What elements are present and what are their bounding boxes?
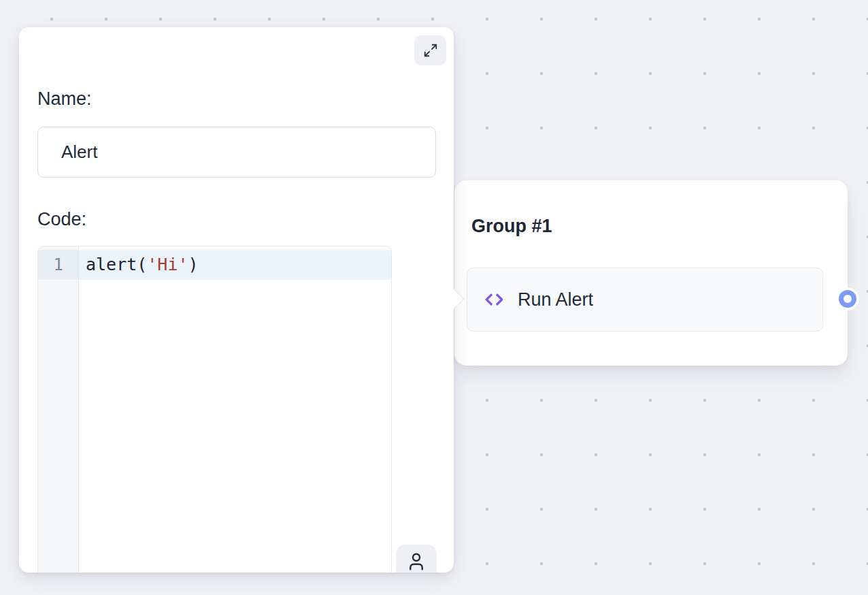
line-number: 1 — [38, 250, 78, 280]
code-token-plain: ) — [188, 255, 199, 274]
code-icon — [483, 289, 505, 310]
code-token-string: 'Hi' — [147, 255, 188, 274]
code-token-plain: alert( — [86, 255, 147, 274]
node-editor-panel: Name: Code: 1 alert('Hi') — [19, 27, 454, 573]
group-card[interactable]: Group #1 Run Alert — [454, 180, 848, 366]
code-line: alert('Hi') — [79, 250, 391, 280]
code-label: Code: — [37, 209, 86, 230]
user-icon — [406, 551, 427, 572]
connection-handle-ring — [839, 290, 856, 308]
node-label: Run Alert — [518, 289, 593, 310]
name-input[interactable] — [37, 127, 436, 178]
code-editor[interactable]: 1 alert('Hi') — [37, 246, 392, 573]
connection-handle[interactable] — [836, 287, 859, 310]
expand-button[interactable] — [414, 35, 446, 65]
maximize-icon — [423, 43, 438, 58]
flow-canvas[interactable]: Group #1 Run Alert — [0, 0, 868, 595]
code-editor-gutter: 1 — [38, 246, 79, 573]
run-alert-node[interactable]: Run Alert — [467, 268, 823, 332]
group-title: Group #1 — [471, 216, 552, 237]
code-editor-content[interactable]: alert('Hi') — [79, 246, 391, 573]
name-label: Name: — [37, 89, 92, 110]
user-button[interactable] — [396, 545, 437, 573]
